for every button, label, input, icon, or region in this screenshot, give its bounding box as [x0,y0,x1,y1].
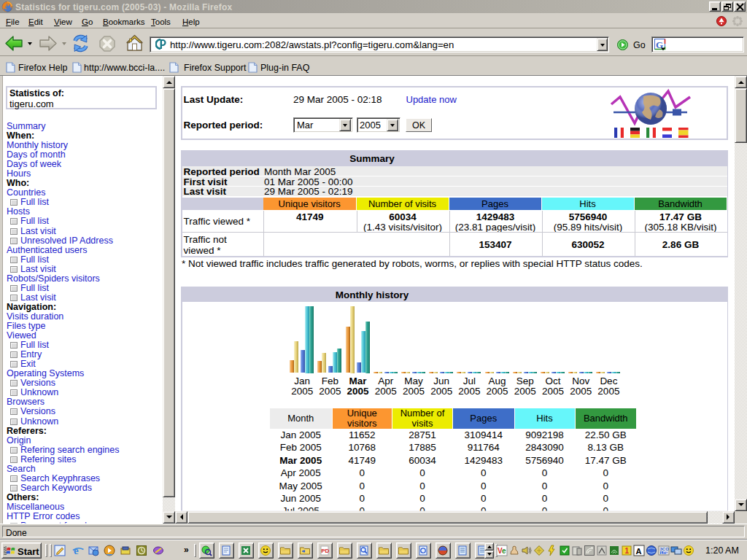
svg-text:1: 1 [625,547,630,555]
svg-text:e: e [74,545,79,556]
svg-text:A: A [636,547,642,556]
svg-text:PD: PD [321,548,329,554]
svg-text:e: e [502,547,506,555]
svg-text:LITE: LITE [661,551,668,555]
